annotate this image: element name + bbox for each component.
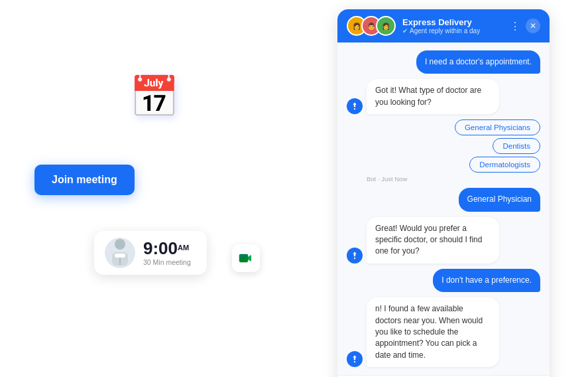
avatar-3: 👩	[376, 16, 396, 36]
doctor-card-morning: 9:00AM 30 Min meeting	[94, 231, 207, 275]
message-row-1: I need a doctor's appointment.	[347, 50, 540, 74]
user-bubble-2: General Physician	[459, 188, 540, 211]
ampm-display: AM	[178, 244, 189, 252]
header-actions: ⋮ ✕	[508, 19, 540, 34]
message-row-7: I don't have a preference.	[347, 269, 540, 292]
chat-title: Express Delivery	[402, 17, 502, 28]
svg-rect-2	[115, 254, 125, 258]
google-meet-icon[interactable]	[232, 244, 260, 272]
calendar-icon: 📅	[129, 73, 182, 119]
quick-reply-dermatologists[interactable]: Dermatologists	[469, 157, 540, 173]
chat-messages: I need a doctor's appointment. Got it! W…	[337, 42, 550, 375]
doctor-time-info: 9:00AM 30 Min meeting	[143, 240, 191, 266]
chat-subtitle: ✔ Agent reply within a day	[402, 27, 502, 35]
verified-icon: ✔	[402, 27, 408, 35]
message-row-8: n! I found a few available doctors near …	[347, 297, 540, 367]
quick-reply-dentists[interactable]: Dentists	[493, 138, 540, 154]
user-bubble-3: I don't have a preference.	[433, 269, 540, 292]
bot-avatar-3	[347, 351, 363, 367]
message-row-2: Got it! What type of doctor are you look…	[347, 79, 540, 114]
bot-bubble-2: Great! Would you prefer a specific docto…	[367, 217, 499, 264]
bot-avatar-1	[347, 98, 363, 114]
subtitle-text: Agent reply within a day	[410, 27, 480, 35]
message-row-6: Great! Would you prefer a specific docto…	[347, 217, 540, 264]
bot-avatar-2	[347, 248, 363, 264]
bot-bubble-3: n! I found a few available doctors near …	[367, 297, 499, 367]
close-button[interactable]: ✕	[526, 19, 540, 33]
doctor-avatar-male	[105, 238, 135, 268]
message-row-5: General Physician	[347, 188, 540, 211]
quick-reply-general-physicians[interactable]: General Physicians	[455, 119, 540, 135]
svg-point-0	[115, 239, 125, 250]
time-display: 9:00	[143, 238, 178, 258]
header-avatars: 👩 👨 👩	[347, 16, 396, 36]
header-info: Express Delivery ✔ Agent reply within a …	[402, 17, 502, 35]
join-meeting-button[interactable]: Join meeting	[34, 165, 135, 195]
more-options-button[interactable]: ⋮	[508, 19, 522, 34]
bot-timestamp: Bot · Just Now	[367, 175, 540, 183]
chat-header: 👩 👨 👩 Express Delivery ✔ Agent reply wit…	[337, 9, 550, 42]
bot-bubble-1: Got it! What type of doctor are you look…	[367, 79, 499, 114]
chat-widget: 👩 👨 👩 Express Delivery ✔ Agent reply wit…	[337, 9, 550, 377]
user-bubble-1: I need a doctor's appointment.	[416, 50, 540, 74]
duration-label: 30 Min meeting	[143, 258, 191, 266]
quick-replies: General Physicians Dentists Dermatologis…	[367, 119, 540, 173]
